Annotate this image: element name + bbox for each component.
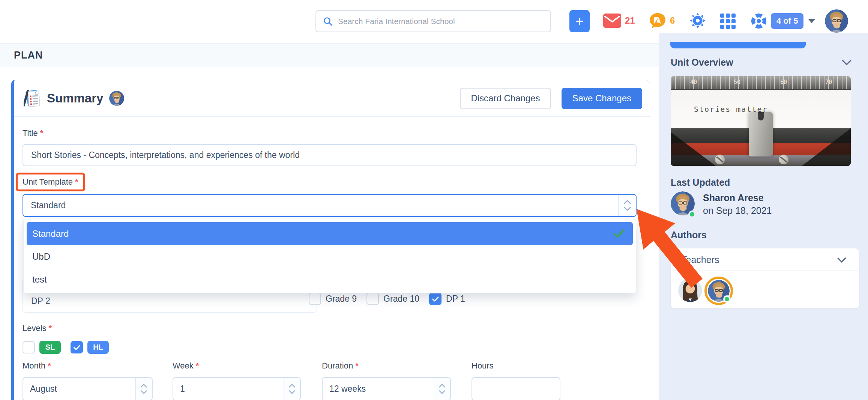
unit-overview-image: 40 50 60 70 Stories matter — [671, 76, 851, 166]
unit-template-value: Standard — [31, 200, 66, 211]
dropdown-option-test[interactable]: test — [27, 268, 633, 291]
summary-card: Summary Discard Changes Save Changes Tit… — [11, 80, 650, 400]
alerts-button[interactable]: 6 — [649, 12, 675, 29]
discard-changes-button[interactable]: Discard Changes — [460, 88, 551, 109]
global-search[interactable] — [315, 10, 551, 32]
teachers-panel: Teachers — [671, 248, 859, 308]
chevron-down-icon — [624, 207, 631, 211]
online-status-dot — [723, 295, 731, 303]
checkbox-checked[interactable] — [429, 293, 442, 305]
last-updated-date: on Sep 18, 2021 — [703, 204, 772, 217]
week-field: Week* 1 — [173, 361, 301, 400]
required-asterisk: * — [75, 177, 78, 186]
hl-badge: HL — [87, 341, 109, 354]
chevron-up-icon — [289, 384, 295, 388]
search-icon — [323, 17, 333, 26]
teacher-avatar[interactable] — [678, 278, 702, 304]
active-tab-button-partial[interactable] — [670, 42, 806, 48]
user-avatar[interactable] — [825, 9, 848, 33]
summary-card-header: Summary Discard Changes Save Changes — [14, 80, 650, 117]
levels-field: Levels* SL HL — [23, 323, 109, 354]
grades-tag-value: DP 2 — [31, 296, 50, 306]
teachers-avatar-row — [671, 271, 859, 305]
authors-heading: Authors — [671, 230, 707, 241]
profile-progress-badge: 4 of 5 — [771, 13, 803, 29]
alerts-count: 6 — [670, 15, 675, 26]
week-value: 1 — [180, 384, 185, 394]
messages-button[interactable]: 21 — [603, 14, 635, 28]
teachers-dropdown-toggle[interactable]: Teachers — [671, 248, 859, 265]
last-updated-heading: Last Updated — [671, 177, 730, 188]
caret-down-icon — [808, 19, 815, 23]
required-asterisk: * — [40, 128, 44, 138]
title-field: Title* — [23, 128, 637, 166]
grade9-label: Grade 9 — [326, 294, 357, 304]
select-spinner[interactable] — [618, 195, 636, 216]
hours-input[interactable] — [472, 377, 560, 400]
dropdown-option-ubd[interactable]: UbD — [27, 245, 633, 268]
save-changes-button[interactable]: Save Changes — [562, 88, 642, 109]
card-title: Summary — [47, 91, 103, 105]
dropdown-option-standard[interactable]: Standard — [27, 222, 633, 245]
messages-count: 21 — [625, 15, 635, 26]
month-value: August — [30, 384, 57, 394]
online-status-dot — [688, 211, 696, 218]
typewriter-guide — [749, 112, 773, 156]
chevron-down-icon — [842, 60, 851, 65]
unit-template-label: Unit Template* — [23, 177, 78, 186]
chevron-down-icon — [289, 390, 295, 394]
sl-checkbox[interactable] — [23, 341, 35, 353]
gear-icon — [689, 12, 706, 29]
chevron-down-icon — [141, 390, 147, 394]
sl-badge: SL — [39, 341, 61, 354]
hl-checkbox[interactable] — [71, 341, 83, 353]
search-input[interactable] — [338, 17, 544, 26]
week-label: Week* — [173, 361, 301, 371]
chevron-up-icon — [141, 384, 147, 388]
select-spinner[interactable] — [135, 378, 152, 400]
grid-icon — [720, 14, 736, 29]
profile-progress-button[interactable]: 4 of 5 — [750, 12, 815, 30]
title-label: Title* — [23, 128, 637, 138]
chevron-up-icon — [624, 200, 631, 204]
unit-overview-heading: Unit Overview — [671, 57, 733, 68]
unit-template-dropdown: Standard UbD test — [23, 219, 636, 293]
duration-select[interactable]: 12 weeks — [322, 377, 451, 400]
checkbox-unchecked[interactable] — [309, 293, 321, 305]
month-label: Month* — [23, 361, 153, 371]
apps-grid-button[interactable] — [720, 14, 736, 29]
check-icon — [432, 296, 439, 302]
schedule-row: Month* August Week* 1 — [23, 361, 637, 400]
plus-icon: + — [575, 15, 583, 28]
chevron-up-icon — [439, 384, 445, 388]
check-icon — [613, 229, 625, 238]
dp1-checkbox-item[interactable]: DP 1 — [429, 293, 465, 305]
grade9-checkbox-item[interactable]: Grade 9 — [309, 293, 357, 305]
checkbox-unchecked[interactable] — [366, 293, 379, 305]
lifebuoy-icon — [750, 12, 767, 30]
week-select[interactable]: 1 — [173, 377, 301, 400]
grade10-checkbox-item[interactable]: Grade 10 — [366, 293, 419, 305]
add-button[interactable]: + — [569, 10, 590, 32]
teacher-avatar-highlighted[interactable] — [704, 277, 733, 305]
unit-overview-toggle[interactable]: Unit Overview — [671, 57, 851, 68]
top-bar: + 21 6 — [0, 0, 868, 33]
title-input[interactable] — [23, 144, 637, 166]
settings-button[interactable] — [689, 12, 706, 29]
typewriter-ruler: 40 50 60 70 — [671, 76, 851, 90]
month-select[interactable]: August — [23, 377, 153, 400]
grade-checkbox-row: Grade 9 Grade 10 DP 1 — [309, 293, 465, 305]
last-updated-row: Sharon Arese on Sep 18, 2021 — [671, 191, 772, 217]
month-field: Month* August — [23, 361, 153, 400]
summary-notes-icon — [24, 89, 41, 108]
unit-template-select[interactable]: Standard — [23, 194, 637, 217]
annotation-highlight-box: Unit Template* — [16, 173, 85, 191]
last-updated-name: Sharon Arese — [703, 191, 772, 204]
check-icon — [74, 345, 80, 350]
select-spinner[interactable] — [284, 378, 300, 400]
duration-value: 12 weeks — [329, 384, 366, 394]
select-spinner[interactable] — [434, 378, 450, 400]
chevron-down-icon — [837, 257, 846, 263]
chat-bubble-icon — [649, 12, 666, 29]
grade10-label: Grade 10 — [383, 294, 419, 304]
